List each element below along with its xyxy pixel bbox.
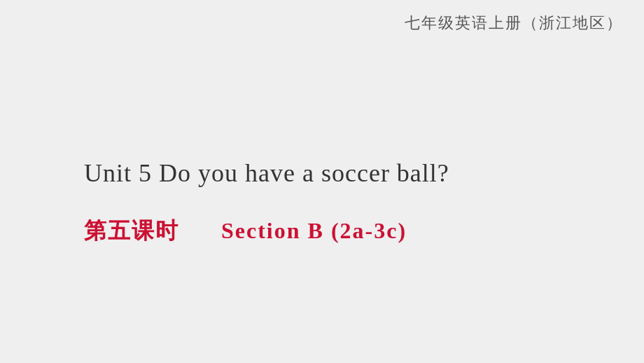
unit-title: Unit 5 Do you have a soccer ball? <box>84 158 449 188</box>
top-right-title: 七年级英语上册（浙江地区） <box>405 13 623 34</box>
main-content: Unit 5 Do you have a soccer ball? 第五课时 S… <box>0 0 644 363</box>
slide-container: 七年级英语上册（浙江地区） Unit 5 Do you have a socce… <box>0 0 644 363</box>
section-title: 第五课时 Section B (2a-3c) <box>84 216 407 247</box>
section-chinese: 第五课时 <box>84 218 179 243</box>
section-english: Section B (2a-3c) <box>221 218 407 243</box>
